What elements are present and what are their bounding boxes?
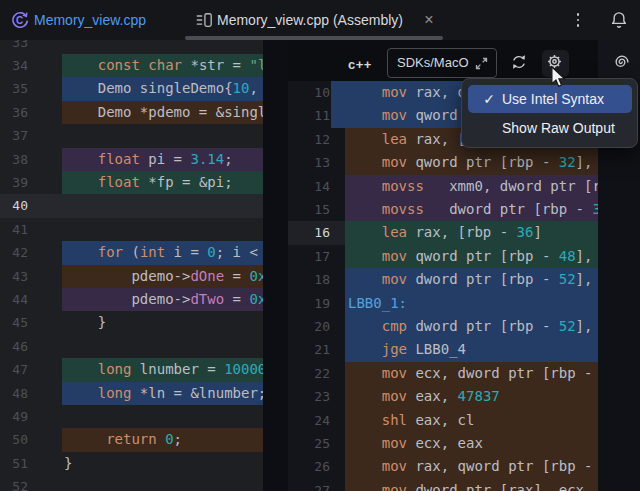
more-options-kebab-icon[interactable] (571, 8, 585, 32)
code-line-text: Demo *pdemo = &singl (64, 101, 263, 124)
source-code-line[interactable]: 36 Demo *pdemo = &singl (0, 101, 263, 124)
breadcrumb-file-name[interactable]: Memory_view.cpp (34, 0, 146, 40)
source-code-line[interactable]: 46 (0, 335, 263, 358)
line-number: 19 (288, 292, 330, 315)
assembly-code-line[interactable]: 13 mov qword ptr [rbp - 32], (288, 151, 640, 174)
line-number: 12 (288, 128, 330, 151)
sdk-selector[interactable]: SDKs/MacO (387, 48, 497, 78)
sdk-selector-value: SDKs/MacO (397, 49, 469, 77)
code-line-text: float pi = 3.14; (64, 148, 233, 171)
line-number: 18 (288, 268, 330, 291)
expand-icon[interactable] (474, 56, 489, 71)
pane-splitter[interactable] (263, 40, 288, 491)
code-line-text: movss xmm0, dword ptr [r (348, 175, 601, 198)
code-line-text: mov ecx, dword ptr [rbp - (348, 362, 601, 385)
assembly-code-line[interactable]: 18 mov dword ptr [rbp - 52], (288, 268, 640, 291)
code-line-text: long *ln = &lnumber; (64, 382, 263, 405)
line-number: 24 (288, 409, 330, 432)
line-number: 11 (288, 104, 330, 127)
source-code-line[interactable]: 52 (0, 475, 263, 491)
line-number: 43 (0, 265, 28, 288)
assembly-code-line[interactable]: 19LBB0_1: (288, 292, 640, 315)
line-number: 47 (0, 358, 28, 381)
source-code-line[interactable]: 33 (0, 40, 263, 54)
line-number: 37 (0, 124, 28, 147)
source-code-line[interactable]: 45 } (0, 311, 263, 334)
code-line-text: mov qword ptr [rbp - 48], (348, 245, 592, 268)
code-line-text: cmp dword ptr [rbp - 52], (348, 315, 592, 338)
svg-text:C: C (16, 15, 23, 26)
current-line-highlight (0, 194, 263, 217)
code-line-text: jge LBB0_4 (348, 338, 466, 361)
menu-item-show-raw-output[interactable]: Show Raw Output (468, 114, 632, 142)
line-number: 27 (288, 479, 330, 491)
line-number: 13 (288, 151, 330, 174)
source-code-line[interactable]: 50 return 0; (0, 428, 263, 451)
tab-assembly-label[interactable]: Memory_view.cpp (Assembly) (217, 0, 403, 40)
mouse-cursor (550, 66, 568, 90)
source-code-line[interactable]: 47 long lnumber = 100000 (0, 358, 263, 381)
source-code-line[interactable]: 43 pdemo->dOne = 0x (0, 265, 263, 288)
line-number: 48 (0, 382, 28, 405)
line-number: 49 (0, 405, 28, 428)
source-code-line[interactable]: 51} (0, 452, 263, 475)
code-line-text: const char *str = "l (64, 54, 263, 77)
source-code-line[interactable]: 48 long *ln = &lnumber; (0, 382, 263, 405)
code-line-text: for (int i = 0; i < (64, 241, 263, 264)
line-number: 46 (0, 335, 28, 358)
tab-close-icon[interactable]: × (421, 0, 437, 40)
source-code-line[interactable]: 34 const char *str = "l (0, 54, 263, 77)
line-number: 22 (288, 362, 330, 385)
source-code-line[interactable]: 44 pdemo->dTwo = 0x (0, 288, 263, 311)
source-code-line[interactable]: 42 for (int i = 0; i < (0, 241, 263, 264)
code-line-text: } (64, 452, 72, 475)
assembly-code-line[interactable]: 14 movss xmm0, dword ptr [r (288, 175, 640, 198)
assembly-code-line[interactable]: 22 mov ecx, dword ptr [rbp - (288, 362, 640, 385)
line-number: 45 (0, 311, 28, 334)
assembly-code-line[interactable]: 27 mov dword ptr [rax], ecx (288, 479, 640, 491)
line-number: 16 (288, 221, 330, 244)
code-line-text: LBB0_1: (348, 292, 407, 315)
source-code-line[interactable]: 37 (0, 124, 263, 147)
line-number: 35 (0, 77, 28, 100)
code-line-text: } (64, 311, 106, 334)
code-line-text: lea rax, [rbp - 36] (348, 221, 542, 244)
line-number: 52 (0, 475, 28, 491)
line-number: 10 (288, 81, 330, 104)
source-code-line[interactable]: 38 float pi = 3.14; (0, 148, 263, 171)
code-line-text: mov dword ptr [rbp - 52], (348, 268, 592, 291)
source-code-line[interactable]: 40 (0, 194, 263, 217)
ai-swirl-icon[interactable] (612, 52, 632, 72)
assembly-code-line[interactable]: 15 movss dword ptr [rbp - 3 (288, 198, 640, 221)
line-number: 42 (0, 241, 28, 264)
assembly-code-line[interactable]: 25 mov ecx, eax (288, 432, 640, 455)
line-number: 26 (288, 455, 330, 478)
assembly-code-line[interactable]: 26 mov rax, qword ptr [rbp - (288, 455, 640, 478)
line-number: 21 (288, 338, 330, 361)
source-code-line[interactable]: 35 Demo singleDemo{10, (0, 77, 263, 100)
source-editor-pane[interactable]: 3334 const char *str = "l35 Demo singleD… (0, 40, 263, 491)
code-line-text: return 0; (64, 428, 182, 451)
line-number: 38 (0, 148, 28, 171)
source-code-line[interactable]: 49 (0, 405, 263, 428)
refresh-icon[interactable] (510, 53, 528, 71)
assembly-code-line[interactable]: 20 cmp dword ptr [rbp - 52], (288, 315, 640, 338)
assembly-code-line[interactable]: 23 mov eax, 47837 (288, 385, 640, 408)
line-number: 40 (0, 194, 28, 217)
code-line-text: long lnumber = 100000 (64, 358, 263, 381)
notifications-bell-icon[interactable] (608, 9, 630, 31)
line-number: 17 (288, 245, 330, 268)
line-number: 14 (288, 175, 330, 198)
clion-logo-icon[interactable]: C (10, 10, 30, 30)
assembly-code-line[interactable]: 21 jge LBB0_4 (288, 338, 640, 361)
code-line-text: pdemo->dOne = 0x (64, 265, 263, 288)
line-number: 50 (0, 428, 28, 451)
source-code-line[interactable]: 41 (0, 218, 263, 241)
source-code-line[interactable]: 39 float *fp = &pi; (0, 171, 263, 194)
assembly-code-line[interactable]: 17 mov qword ptr [rbp - 48], (288, 245, 640, 268)
assembly-code-line[interactable]: 16 lea rax, [rbp - 36] (288, 221, 640, 244)
line-number: 23 (288, 385, 330, 408)
code-line-text: mov dword ptr [rax], ecx (348, 479, 584, 491)
assembly-code-line[interactable]: 24 shl eax, cl (288, 409, 640, 432)
code-line-text: mov ecx, eax (348, 432, 483, 455)
